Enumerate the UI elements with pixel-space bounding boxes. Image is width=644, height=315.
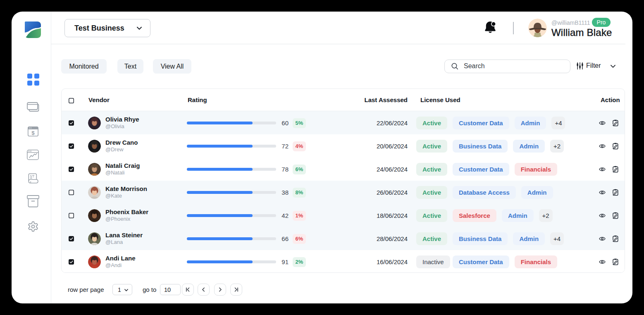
svg-text:$: $ — [31, 130, 35, 136]
